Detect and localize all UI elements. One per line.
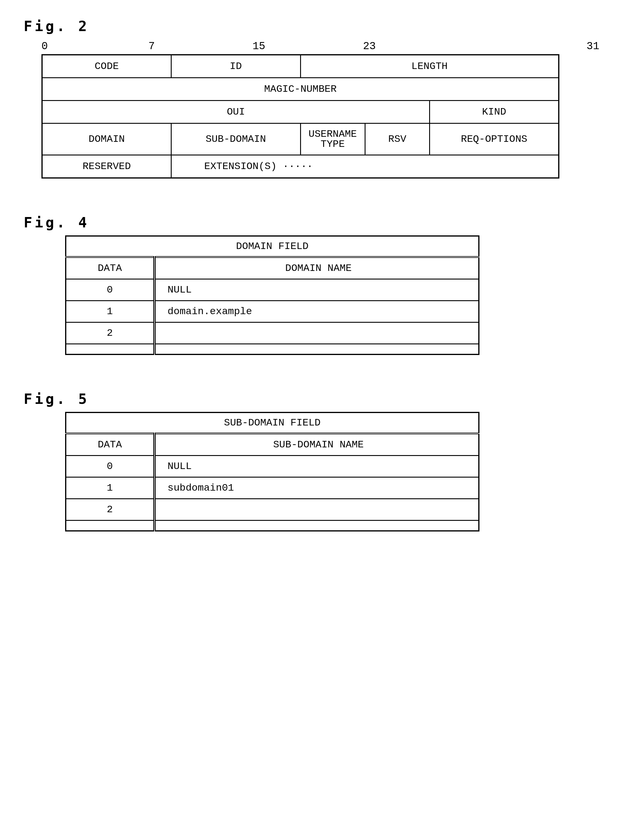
packet-row-1: MAGIC-NUMBER: [42, 78, 559, 101]
packet-row-3: DOMAIN SUB-DOMAIN USERNAME TYPE RSV REQ-…: [42, 123, 559, 155]
cell-magic: MAGIC-NUMBER: [42, 78, 559, 101]
fig5-table: SUB-DOMAIN FIELD DATA SUB-DOMAIN NAME 0 …: [65, 412, 479, 531]
bit-15: 15: [252, 40, 265, 52]
cell-subdomain: SUB-DOMAIN: [171, 123, 301, 155]
fig2-section: Fig. 2 0 7 15 23 31 CODE ID LENGTH MAGIC…: [24, 18, 599, 178]
fig4-r1-name: domain.example: [155, 301, 479, 322]
fig5-r2-name: [155, 499, 479, 521]
fig5-r0-data: 0: [66, 456, 155, 477]
cell-domain: DOMAIN: [42, 123, 171, 155]
bit-31: 31: [586, 40, 599, 52]
fig4-r2-name: [155, 322, 479, 344]
fig4-r2-data: 2: [66, 322, 155, 344]
cell-reserved: RESERVED: [42, 155, 171, 178]
packet-table: CODE ID LENGTH MAGIC-NUMBER OUI KIND DOM…: [41, 54, 559, 178]
cell-oui: OUI: [42, 101, 430, 123]
fig4-title: DOMAIN FIELD: [66, 236, 479, 257]
fig5-r1-data: 1: [66, 477, 155, 499]
fig5-label: Fig. 5: [24, 390, 599, 407]
cell-id: ID: [171, 55, 301, 78]
packet-row-2: OUI KIND: [42, 101, 559, 123]
fig4-r1-data: 1: [66, 301, 155, 322]
bit-scale: 0 7 15 23 31: [41, 40, 599, 52]
fig5-r1-name: subdomain01: [155, 477, 479, 499]
table-row: 2: [66, 499, 479, 521]
table-row: 0 NULL: [66, 279, 479, 301]
fig4-r0-name: NULL: [155, 279, 479, 301]
cell-rsv: RSV: [365, 123, 430, 155]
bit-23: 23: [363, 40, 376, 52]
bit-0: 0: [41, 40, 48, 52]
table-row: 1 domain.example: [66, 301, 479, 322]
table-row: 2: [66, 322, 479, 344]
fig2-label: Fig. 2: [24, 18, 599, 34]
fig5-hdr-name: SUB-DOMAIN NAME: [155, 433, 479, 456]
fig4-section: Fig. 4 DOMAIN FIELD DATA DOMAIN NAME 0 N…: [24, 214, 599, 355]
fig5-hdr-data: DATA: [66, 433, 155, 456]
cell-extension: EXTENSION(S) ·····: [171, 155, 559, 178]
cell-usernametype: USERNAME TYPE: [301, 123, 365, 155]
fig5-r0-name: NULL: [155, 456, 479, 477]
fig4-r0-data: 0: [66, 279, 155, 301]
fig5-title: SUB-DOMAIN FIELD: [66, 412, 479, 433]
fig4-hdr-name: DOMAIN NAME: [155, 257, 479, 279]
table-row-trailing: [66, 521, 479, 531]
fig5-r2-data: 2: [66, 499, 155, 521]
cell-kind: KIND: [430, 101, 559, 123]
packet-row-0: CODE ID LENGTH: [42, 55, 559, 78]
fig4-hdr-data: DATA: [66, 257, 155, 279]
cell-reqopt: REQ-OPTIONS: [430, 123, 559, 155]
packet-row-4: RESERVED EXTENSION(S) ·····: [42, 155, 559, 178]
table-row: 1 subdomain01: [66, 477, 479, 499]
fig4-label: Fig. 4: [24, 214, 599, 231]
fig5-section: Fig. 5 SUB-DOMAIN FIELD DATA SUB-DOMAIN …: [24, 390, 599, 531]
bit-7: 7: [149, 40, 155, 52]
table-row-trailing: [66, 344, 479, 355]
fig4-table: DOMAIN FIELD DATA DOMAIN NAME 0 NULL 1 d…: [65, 235, 479, 355]
table-row: 0 NULL: [66, 456, 479, 477]
cell-length: LENGTH: [301, 55, 559, 78]
cell-code: CODE: [42, 55, 171, 78]
